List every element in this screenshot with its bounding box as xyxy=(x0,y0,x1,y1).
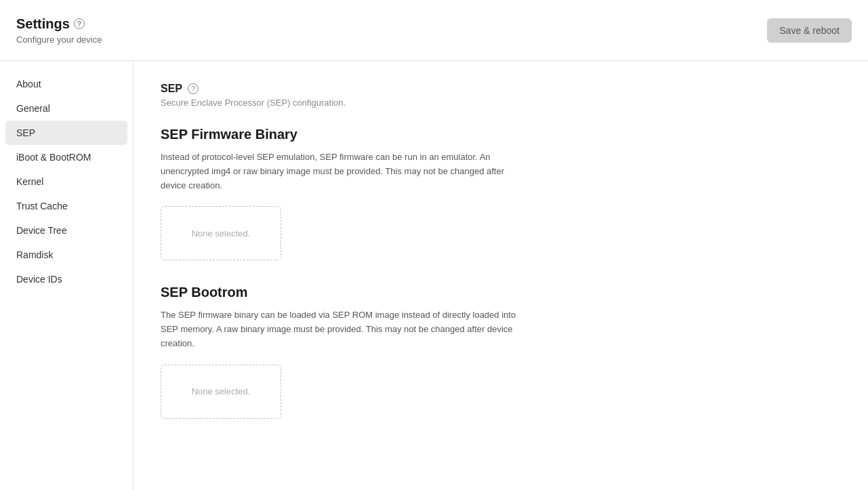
sidebar-item-about[interactable]: About xyxy=(0,72,133,96)
sep-firmware-placeholder: None selected. xyxy=(192,228,251,239)
sidebar-item-device-ids[interactable]: Device IDs xyxy=(0,267,133,291)
sidebar-item-sep[interactable]: SEP xyxy=(5,121,127,145)
sidebar: About General SEP iBoot & BootROM Kernel… xyxy=(0,61,133,490)
header-left: Settings ? Configure your device xyxy=(16,16,102,45)
sep-bootrom-drop-zone[interactable]: None selected. xyxy=(161,365,281,419)
sep-firmware-drop-zone[interactable]: None selected. xyxy=(161,206,281,260)
sep-firmware-description: Instead of protocol-level SEP emulation,… xyxy=(161,150,526,192)
sidebar-item-iboot-bootrom[interactable]: iBoot & BootROM xyxy=(0,145,133,169)
sep-bootrom-placeholder: None selected. xyxy=(192,386,251,396)
header-subtitle: Configure your device xyxy=(16,35,102,45)
sidebar-item-trust-cache[interactable]: Trust Cache xyxy=(0,194,133,218)
sidebar-item-ramdisk[interactable]: Ramdisk xyxy=(0,243,133,267)
content-help-icon[interactable]: ? xyxy=(188,83,199,94)
header-title-row: Settings ? xyxy=(16,16,102,32)
sidebar-item-kernel[interactable]: Kernel xyxy=(0,169,133,194)
save-reboot-button[interactable]: Save & reboot xyxy=(767,18,852,43)
header: Settings ? Configure your device Save & … xyxy=(0,0,868,61)
sep-bootrom-title: SEP Bootrom xyxy=(161,285,841,300)
sep-bootrom-description: The SEP firmware binary can be loaded vi… xyxy=(161,308,526,350)
content-area: SEP ? Secure Enclave Processor (SEP) con… xyxy=(133,61,868,490)
header-help-icon[interactable]: ? xyxy=(74,18,85,29)
content-title: SEP xyxy=(161,83,182,95)
main-layout: About General SEP iBoot & BootROM Kernel… xyxy=(0,61,868,490)
content-description: Secure Enclave Processor (SEP) configura… xyxy=(161,98,841,108)
page-title: Settings xyxy=(16,16,70,32)
sidebar-item-device-tree[interactable]: Device Tree xyxy=(0,218,133,243)
sidebar-item-general[interactable]: General xyxy=(0,96,133,121)
content-title-row: SEP ? xyxy=(161,83,841,95)
sep-firmware-title: SEP Firmware Binary xyxy=(161,127,841,142)
